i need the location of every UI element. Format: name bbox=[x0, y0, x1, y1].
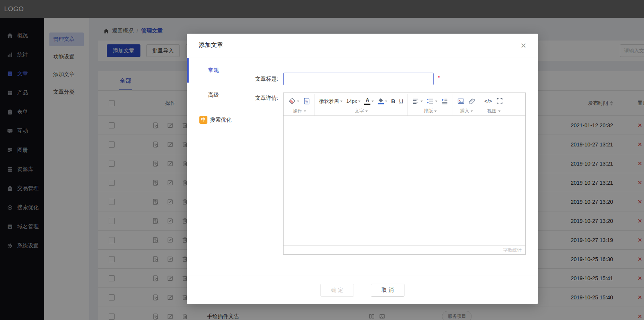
align-button[interactable] bbox=[412, 97, 423, 105]
indent-icon bbox=[441, 97, 448, 105]
font-family-select[interactable]: 微软雅黑 bbox=[319, 98, 342, 105]
toolbar-group-view: </> 视图 bbox=[480, 94, 507, 115]
eraser-icon bbox=[289, 97, 296, 105]
tab-advanced[interactable]: 高级 bbox=[187, 83, 241, 107]
article-detail-label: 文章详情: bbox=[255, 95, 278, 102]
indent-button[interactable] bbox=[441, 97, 448, 105]
bold-button[interactable]: B bbox=[391, 98, 395, 104]
toolbar-group-layout: 排版 bbox=[408, 94, 453, 115]
chevron-down-icon bbox=[498, 110, 501, 112]
chevron-down-icon bbox=[340, 101, 342, 102]
font-size-select[interactable]: 14px bbox=[346, 98, 360, 104]
chevron-down-icon bbox=[385, 101, 387, 102]
article-title-label: 文章标题: bbox=[255, 76, 278, 83]
tab-seo[interactable]: 中 搜索优化 bbox=[187, 107, 241, 132]
line-height-icon bbox=[427, 97, 434, 105]
chevron-down-icon bbox=[297, 101, 299, 102]
chevron-down-icon bbox=[304, 110, 306, 112]
modal-header: 添加文章 bbox=[187, 34, 538, 57]
font-color-button[interactable]: A bbox=[364, 97, 374, 105]
tab-general[interactable]: 常规 bbox=[187, 58, 241, 83]
modal-form: 文章标题: * 文章详情: W bbox=[241, 58, 538, 276]
align-left-icon bbox=[412, 97, 419, 105]
highlight-color-button[interactable] bbox=[378, 98, 387, 104]
toolbar-group-insert: 插入 bbox=[453, 94, 480, 115]
seo-zh-icon: 中 bbox=[199, 116, 207, 124]
link-icon bbox=[468, 97, 476, 105]
chevron-down-icon bbox=[358, 101, 360, 102]
eraser-button[interactable] bbox=[289, 97, 299, 105]
confirm-button[interactable]: 确 定 bbox=[320, 284, 354, 297]
toolbar-group-actions: W 操作 bbox=[284, 94, 315, 115]
article-title-input[interactable] bbox=[283, 73, 434, 85]
cancel-button[interactable]: 取 消 bbox=[371, 284, 404, 297]
insert-image-button[interactable] bbox=[457, 97, 465, 105]
color-swatch bbox=[364, 104, 370, 105]
chevron-down-icon bbox=[421, 101, 423, 102]
required-mark: * bbox=[438, 75, 440, 81]
insert-link-button[interactable] bbox=[468, 97, 476, 105]
modal-footer: 确 定 取 消 bbox=[187, 276, 538, 304]
highlight-swatch bbox=[378, 103, 384, 104]
word-count: 字数统计 bbox=[284, 245, 525, 254]
chevron-down-icon bbox=[434, 110, 437, 112]
chevron-down-icon bbox=[372, 101, 374, 102]
word-doc-icon: W bbox=[303, 97, 310, 105]
add-article-modal: 添加文章 ✕ 常规 高级 中 搜索优化 文章标题: * 文章详情: bbox=[187, 34, 538, 304]
close-icon[interactable]: ✕ bbox=[519, 41, 528, 50]
image-icon bbox=[457, 97, 465, 105]
fullscreen-icon bbox=[496, 97, 503, 105]
line-height-button[interactable] bbox=[427, 97, 437, 105]
chevron-down-icon bbox=[435, 101, 437, 102]
modal-tabs: 常规 高级 中 搜索优化 bbox=[187, 58, 241, 276]
toolbar-group-text: 微软雅黑 14px A B U 文字 bbox=[315, 94, 408, 115]
fullscreen-button[interactable] bbox=[496, 97, 503, 105]
editor-toolbar: W 操作 微软雅黑 14px A B U bbox=[284, 93, 525, 116]
source-code-button[interactable]: </> bbox=[484, 99, 492, 104]
modal-title: 添加文章 bbox=[199, 41, 223, 49]
modal-body: 常规 高级 中 搜索优化 文章标题: * 文章详情: bbox=[187, 58, 538, 276]
paint-bucket-icon bbox=[378, 98, 384, 103]
chevron-down-icon bbox=[365, 110, 368, 112]
word-paste-button[interactable]: W bbox=[303, 97, 310, 105]
rich-text-editor: W 操作 微软雅黑 14px A B U bbox=[283, 93, 526, 255]
app: LOGO 概况 统计 文章 产品 表单 互动 图册 资源库 bbox=[0, 0, 644, 320]
editor-content[interactable] bbox=[284, 116, 525, 245]
underline-button[interactable]: U bbox=[399, 98, 403, 104]
svg-text:W: W bbox=[305, 100, 308, 103]
chevron-down-icon bbox=[471, 110, 473, 112]
